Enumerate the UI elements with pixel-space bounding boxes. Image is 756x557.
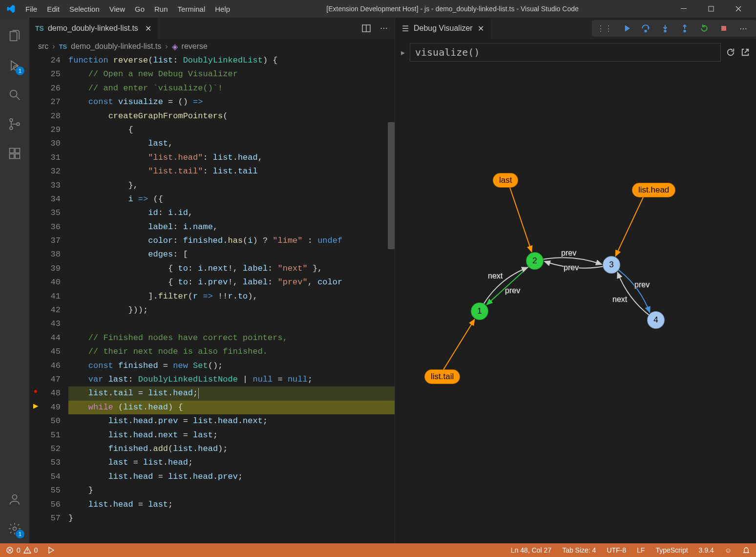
python-version[interactable]: 3.9.4 <box>699 546 714 554</box>
code-editor[interactable]: ●▶ 2425262728293031323334353637383940414… <box>29 54 395 543</box>
debug-badge: 1 <box>16 66 24 75</box>
graph-node-list.head[interactable]: list.head <box>632 183 675 197</box>
svg-rect-1 <box>709 6 714 11</box>
problems-status[interactable]: 0 0 <box>6 546 38 554</box>
settings-gear-icon[interactable]: 1 <box>0 514 29 543</box>
expand-icon[interactable]: ▸ <box>401 48 405 57</box>
menu-help[interactable]: Help <box>210 5 235 13</box>
refresh-icon[interactable] <box>726 47 735 57</box>
menu-view[interactable]: View <box>105 5 130 13</box>
menubar: FileEditSelectionViewGoRunTerminalHelp <box>21 5 235 13</box>
typescript-file-icon: TS <box>35 24 44 32</box>
chevron-right-icon: › <box>165 42 168 51</box>
edge-label: prev <box>505 286 520 295</box>
editor-tabs: TS demo_doubly-linked-list.ts ✕ ⋯ <box>29 18 395 39</box>
symbol-method-icon: ◈ <box>172 42 178 51</box>
svg-point-15 <box>645 30 646 32</box>
more-actions-icon[interactable]: ⋯ <box>380 23 388 33</box>
graph-node-n3[interactable]: 3 <box>603 256 620 274</box>
drag-handle-icon[interactable]: ⋮⋮ <box>597 24 612 33</box>
menu-go[interactable]: Go <box>130 5 149 13</box>
edge-label: prev <box>561 249 576 257</box>
breadcrumb-symbol[interactable]: reverse <box>182 42 208 51</box>
chevron-right-icon: › <box>52 42 55 51</box>
language-mode[interactable]: TypeScript <box>655 546 688 554</box>
graph-node-list.tail[interactable]: list.tail <box>424 369 460 384</box>
source-control-icon[interactable] <box>0 109 29 139</box>
cursor-position[interactable]: Ln 48, Col 27 <box>511 546 551 554</box>
split-editor-icon[interactable] <box>361 23 371 33</box>
status-bar: 0 0 Ln 48, Col 27 Tab Size: 4 UTF-8 LF T… <box>0 543 756 557</box>
feedback-icon[interactable]: ☺ <box>725 546 732 554</box>
window-close-button[interactable] <box>725 0 752 18</box>
edge-label: prev <box>634 280 650 289</box>
svg-point-17 <box>684 30 685 32</box>
editor-group: TS demo_doubly-linked-list.ts ✕ ⋯ src › … <box>29 18 395 543</box>
indentation-status[interactable]: Tab Size: 4 <box>562 546 596 554</box>
window-minimize-button[interactable] <box>670 0 697 18</box>
svg-rect-9 <box>15 154 20 158</box>
editor-tab[interactable]: TS demo_doubly-linked-list.ts ✕ <box>29 18 158 39</box>
window-title: [Extension Development Host] - js - demo… <box>235 5 670 13</box>
menu-file[interactable]: File <box>21 5 42 13</box>
svg-point-4 <box>10 119 13 122</box>
popout-icon[interactable] <box>740 47 750 57</box>
code-content[interactable]: function reverse(list: DoublyLinkedList)… <box>68 54 395 543</box>
scrollbar[interactable] <box>387 54 395 543</box>
menu-edit[interactable]: Edit <box>42 5 64 13</box>
explorer-icon[interactable] <box>0 21 29 51</box>
svg-point-16 <box>664 30 666 32</box>
visualizer-canvas[interactable]: lastlist.headlist.tail1234 nextprevprevp… <box>395 65 756 543</box>
menu-run[interactable]: Run <box>149 5 173 13</box>
svg-rect-8 <box>10 154 14 158</box>
window-maximize-button[interactable] <box>697 0 725 18</box>
graph-node-n1[interactable]: 1 <box>471 302 488 320</box>
graph-node-last[interactable]: last <box>493 173 518 188</box>
continue-button[interactable] <box>620 24 632 33</box>
titlebar: FileEditSelectionViewGoRunTerminalHelp [… <box>0 0 756 18</box>
breadcrumb-folder[interactable]: src <box>38 42 48 51</box>
more-actions-icon[interactable]: ⋯ <box>737 24 749 33</box>
stop-button[interactable] <box>718 24 730 32</box>
restart-button[interactable] <box>698 24 710 33</box>
search-icon[interactable] <box>0 80 29 109</box>
menu-selection[interactable]: Selection <box>64 5 105 13</box>
edge-label: next <box>612 295 627 304</box>
close-tab-icon[interactable]: ✕ <box>145 24 151 33</box>
step-over-button[interactable] <box>640 24 651 33</box>
step-out-button[interactable] <box>679 24 691 33</box>
graph-node-n2[interactable]: 2 <box>526 252 544 270</box>
menu-terminal[interactable]: Terminal <box>173 5 210 13</box>
svg-rect-10 <box>15 149 20 153</box>
debug-visualizer-tab[interactable]: ☰ Debug Visualizer ✕ <box>395 18 491 39</box>
visualizer-expression-input[interactable] <box>410 43 721 62</box>
step-into-button[interactable] <box>659 24 671 33</box>
svg-point-12 <box>13 527 17 531</box>
eol-status was-interactable[interactable]: LF <box>637 546 645 554</box>
viz-tab-label: Debug Visualizer <box>414 24 473 33</box>
svg-rect-7 <box>10 149 14 153</box>
encoding-status[interactable]: UTF-8 <box>607 546 626 554</box>
menu-bars-icon: ☰ <box>402 24 409 33</box>
svg-rect-18 <box>721 26 726 31</box>
tab-label: demo_doubly-linked-list.ts <box>48 24 138 33</box>
line-numbers: 2425262728293031323334353637383940414243… <box>42 54 68 543</box>
breadcrumb[interactable]: src › TS demo_doubly-linked-list.ts › ◈ … <box>29 39 395 54</box>
svg-point-3 <box>10 90 17 97</box>
graph-node-n4[interactable]: 4 <box>647 311 665 329</box>
breadcrumb-file[interactable]: demo_doubly-linked-list.ts <box>71 42 161 51</box>
account-icon[interactable] <box>0 485 29 514</box>
vscode-logo-icon <box>6 4 16 14</box>
extensions-icon[interactable] <box>0 139 29 168</box>
close-tab-icon[interactable]: ✕ <box>478 24 484 33</box>
edge-label: prev <box>564 263 579 272</box>
svg-point-11 <box>12 495 17 499</box>
activity-bar: 1 1 <box>0 18 29 543</box>
settings-badge: 1 <box>16 530 24 538</box>
run-debug-icon[interactable]: 1 <box>0 51 29 80</box>
svg-point-6 <box>17 123 20 126</box>
glyph-margin[interactable]: ●▶ <box>29 54 42 543</box>
debug-start-icon[interactable] <box>47 546 55 554</box>
notifications-icon[interactable] <box>742 546 750 554</box>
debug-toolbar: ⋮⋮ ⋯ <box>592 20 756 37</box>
